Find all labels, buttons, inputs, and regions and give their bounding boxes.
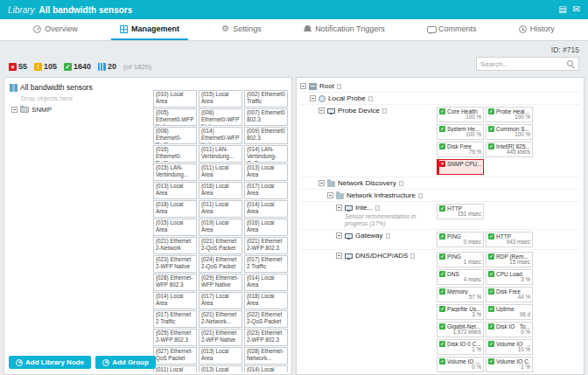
sensor-chip[interactable]: Disk Free 79 % [437,142,484,157]
sensor-count[interactable]: 1640 [64,62,91,71]
sensor-chip[interactable]: SNMP CPU... [437,159,484,175]
library-sensor-item[interactable]: (007) Ethernet0 802.3 [244,108,288,126]
library-sensor-item[interactable]: (018) Local Area [153,200,197,218]
node-name[interactable]: DNS/DHCP/ADS [355,252,408,260]
tree-node[interactable]: Inte... Sensor recommendation in progres… [300,202,580,230]
library-sensor-item[interactable]: (017) Ethernet 2 Traffic [153,310,197,328]
tab[interactable]: Overview [24,19,87,40]
library-sensor-item[interactable]: (011) Local Area [153,365,197,372]
library-sensor-item[interactable]: (016) Local Area [199,182,242,199]
collapse-icon[interactable] [300,83,306,89]
mail-icon[interactable]: ✉ [573,0,580,19]
search-input[interactable] [480,60,564,68]
search-box[interactable] [476,57,579,71]
library-sensor-item[interactable]: (023) Ethernet 2-WFP 802.3 [244,329,288,346]
library-sensor-item[interactable]: (015) LAN-Verbindung... [153,163,197,181]
library-sensor-item[interactable]: (021) Ethernet 2-Network [153,237,197,254]
sensor-chip[interactable]: Volume IO ... 0 % [437,357,484,372]
library-sensor-item[interactable]: (005) Ethernet0-WFP Native [153,108,197,126]
sensor-count[interactable]: 20 [98,62,116,71]
library-sensor-item[interactable]: (014) LAN-Verbindung-QoS [244,145,288,163]
node-name[interactable]: Gateway [355,232,383,240]
sensor-chip[interactable]: PING 0 msec [437,232,484,247]
library-sensor-item[interactable]: (016) Ethernet0-Traffic [153,145,197,163]
sensor-count[interactable]: 55 [9,62,27,71]
tree-node[interactable]: Gateway PING 0 msec [300,230,580,250]
sensor-chip[interactable]: RDP (Rem... 15 msec [486,252,533,267]
library-sensor-item[interactable]: (016) Local Area [244,219,288,236]
tree-node[interactable]: Probe Device Core Health 100 % [300,105,580,177]
node-name[interactable]: Root [319,82,334,90]
tab[interactable]: Settings [213,19,270,40]
tree-node[interactable]: DNS/DHCP/ADS PING 1 msec [300,250,580,374]
node-name[interactable]: Network Discovery [338,179,396,187]
library-sensor-item[interactable]: (014) Local Area [244,365,288,372]
library-sensor-item[interactable]: (022) Ethernet 2-QoS Packet [244,310,288,328]
sensor-chip[interactable]: HTTP 943 msec [486,232,533,247]
sensor-chip[interactable]: Volume IO C... 1 % [486,357,533,372]
collapse-icon[interactable] [336,253,342,259]
library-sensor-item[interactable]: (014) Ethernet0-WFP Native [199,127,242,144]
sensor-chip[interactable]: Probe Heal... 100 % [486,107,533,122]
library-sensor-item[interactable]: (010) Local Area [153,90,197,108]
tree-node[interactable]: Root [300,80,580,93]
sensor-chip[interactable]: Pagefile Us... 3 % [437,304,484,320]
library-sensor-item[interactable]: (011) Local Area [199,163,242,181]
sensor-chip[interactable]: PING 1 msec [437,252,484,267]
library-sensor-item[interactable]: (023) Ethernet 2-WFP Native [153,255,197,273]
library-sensor-item[interactable]: (025) Ethernet 2-WFP 802.3 [153,329,197,346]
collapse-icon[interactable] [11,107,18,113]
apps-icon[interactable]: ▤ [558,0,566,19]
library-sensor-item[interactable]: (006) Ethernet0-WFP Native [199,108,242,126]
sensor-chip[interactable]: DNS 4 msec [437,269,484,285]
search-icon[interactable] [567,60,575,68]
library-sensor-item[interactable]: (008) Ethernet0-Traffic [153,127,197,144]
library-sensor-item[interactable]: (013) Local Area [199,365,242,372]
library-sensor-item[interactable]: (013) Local Area [244,163,288,181]
node-name[interactable]: Probe Device [338,107,380,115]
sensor-chip[interactable]: Memory 57 % [437,287,484,302]
add-library-node-button[interactable]: Add Library Node [9,356,91,369]
sensor-chip[interactable]: Volume IO _... 10 % [486,339,533,355]
node-name[interactable]: Local Probe [328,94,366,102]
library-sensor-item[interactable]: (009) Ethernet0 802.3 [244,127,288,144]
tab[interactable]: History [510,19,564,40]
collapse-icon[interactable] [318,108,325,114]
tab[interactable]: Management [111,19,188,40]
library-sensor-item[interactable]: (028) Ethernet-Network... [244,347,288,365]
library-sensor-item[interactable]: (018) Local Area [244,292,288,309]
library-sensor-item[interactable]: (011) Local Area [199,200,242,218]
tree-node[interactable]: Local Probe [300,93,580,105]
library-sensor-item[interactable]: (013) Local Area [199,347,242,365]
sensor-chip[interactable]: Uptime 96 d [486,304,533,320]
library-sensor-item[interactable]: (017) Local Area [199,292,242,309]
sensor-chip[interactable]: Disk IO _To... 0 % [486,322,533,337]
sensor-chip[interactable]: Core Health 100 % [437,107,484,122]
library-sensor-item[interactable]: (021) Ethernet 2-WFP 802.3 [244,237,288,254]
sensor-chip[interactable]: System He... 100 % [437,124,484,140]
library-sensor-item[interactable]: (013) Local Area [153,182,197,199]
library-sensor-item[interactable]: (015) Local Area [199,90,242,108]
sensor-chip[interactable]: Intel[R] 825... 445 kbit/s [486,142,533,157]
library-sensor-item[interactable]: (014) Local Area [153,292,197,309]
node-name[interactable]: Network Infrastructure [346,191,416,199]
collapse-icon[interactable] [318,180,325,186]
library-sensor-item[interactable]: (021) Ethernet 2-Network... [199,310,242,328]
tab[interactable]: Comments [418,19,486,40]
library-sensor-item[interactable]: (024) Ethernet 2-QoS Packet [199,255,242,273]
library-sensor-item[interactable]: (015) Local Area [153,219,197,236]
library-sensor-item[interactable]: (014) Local Area [244,200,288,218]
sensor-chip[interactable]: Common S... 100 % [486,124,533,140]
sensor-chip[interactable]: CPU Load 3 % [486,269,533,285]
collapse-icon[interactable] [310,95,316,101]
sensor-chip[interactable]: Disk Free 44 % [486,287,533,302]
tree-node[interactable]: Network Infrastructure [300,190,580,202]
library-sensor-item[interactable]: (011) LAN-Verbindung... [199,145,242,163]
sensor-chip[interactable]: HTTP 151 msec [437,204,484,219]
add-group-button[interactable]: Add Group [95,356,156,369]
sensor-count[interactable]: 105 [34,62,57,71]
node-name[interactable]: Inte... [355,204,373,212]
sensor-chip[interactable]: Gigabit-Net... 1,672 kbit/s [437,322,484,337]
library-sensor-item[interactable]: (017) Ethernet 2 Traffic [244,255,288,273]
tree-node[interactable]: Network Discovery [300,177,580,190]
